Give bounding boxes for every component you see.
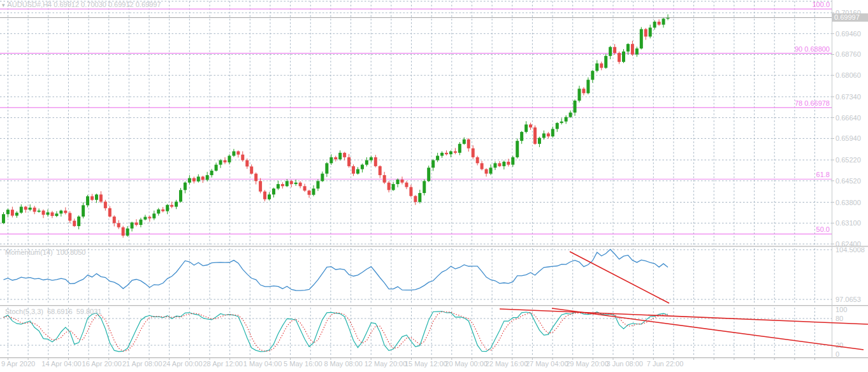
stochastic-k-value: 68.6916 [47, 308, 73, 315]
candle-body [463, 140, 466, 144]
momentum-axis-label: 97.0653 [835, 296, 861, 303]
time-axis-label[interactable]: 24 Apr 00:00 [163, 360, 202, 368]
candle-body [379, 166, 382, 175]
candle-body [170, 205, 173, 207]
candle-body [86, 196, 89, 205]
candle-body [148, 217, 151, 218]
candle-body [538, 138, 541, 143]
main-pane-area[interactable] [0, 0, 832, 246]
candle-body [427, 168, 430, 181]
candle-body [401, 180, 404, 183]
candle-body [179, 190, 182, 201]
price-axis-label: 0.67340 [835, 93, 861, 101]
candle-body [38, 211, 41, 212]
candle-body [609, 47, 612, 56]
momentum-indicator-label: Momentum(14)100.8050 [5, 248, 89, 256]
candle-body [334, 157, 337, 159]
time-axis-label[interactable]: 29 May 20:00 [566, 360, 609, 368]
stochastic-axis-label: 20 [835, 341, 843, 349]
candle-body [122, 227, 125, 236]
candle-body [498, 163, 501, 166]
candle-body [472, 148, 475, 157]
time-axis-label[interactable]: 9 Apr 2020 [1, 360, 35, 368]
candle-body [516, 141, 519, 157]
time-axis-label[interactable]: 12 May 20:00 [365, 360, 407, 368]
chart-window: 0.701600.694600.687600.680600.673400.666… [0, 0, 868, 372]
candle-body [281, 184, 284, 186]
candle-body [157, 210, 160, 214]
candle-body [467, 140, 470, 148]
stochastic-indicator-label: Stoch(5,3,3)68.691659.8031 [5, 308, 105, 315]
momentum-pane-area[interactable] [0, 248, 832, 304]
candle-body [574, 101, 577, 113]
candle-body [312, 189, 315, 195]
candle-body [370, 157, 373, 161]
fib-level-label: 90 0.68800 [795, 45, 830, 53]
time-axis-label[interactable]: 22 May 16:00 [486, 360, 528, 368]
candle-body [618, 53, 621, 62]
time-axis-label[interactable]: 14 Apr 04:00 [41, 360, 81, 368]
time-axis-label[interactable]: 5 May 16:00 [284, 360, 322, 368]
time-axis-label[interactable]: 16 Apr 20:00 [82, 360, 122, 368]
candle-body [166, 205, 169, 211]
candle-body [228, 156, 231, 162]
time-axis-label[interactable]: 27 May 04:00 [526, 360, 568, 368]
candle-body [55, 213, 58, 216]
candle-body [50, 212, 54, 216]
candle-body [347, 157, 351, 166]
candle-body [600, 64, 603, 68]
candle-body [595, 64, 598, 71]
candle-body [418, 193, 421, 202]
candle-body [489, 168, 493, 173]
candle-body [365, 161, 368, 165]
chart-title: ▾AUDUSD#,H4 0.69912 0.70030 0.69912 0.69… [2, 1, 161, 8]
candle-body [493, 163, 496, 168]
candle-body [662, 18, 665, 24]
time-axis-label[interactable]: 20 May 00:00 [445, 360, 488, 368]
candle-body [90, 196, 94, 200]
candle-body [626, 44, 630, 52]
candle-body [77, 217, 80, 226]
stochastic-axis-label: 80 [835, 315, 843, 322]
fib-level-label: 50.0 [816, 225, 830, 233]
candle-body [254, 174, 257, 182]
chart-dropdown-icon[interactable]: ▾ [2, 2, 5, 8]
candle-body [431, 161, 435, 168]
candle-body [232, 152, 235, 156]
candle-body [201, 176, 205, 180]
candle-body [387, 183, 391, 190]
candle-body [325, 163, 328, 173]
candle-body [259, 181, 262, 191]
candle-body [586, 80, 590, 93]
time-axis-label[interactable]: 28 Apr 12:00 [203, 360, 243, 368]
candle-body [64, 211, 67, 213]
candle-body [529, 124, 532, 127]
candle-body [533, 127, 537, 144]
candle-body [396, 180, 400, 184]
candle-body [556, 123, 559, 129]
candle-body [210, 171, 213, 175]
current-price-badge: 0.69997 [832, 13, 868, 22]
time-axis-label[interactable]: 1 May 04:00 [243, 360, 282, 368]
time-axis-label[interactable]: 15 May 12:00 [405, 360, 447, 368]
candle-body [272, 189, 275, 194]
candle-body [338, 153, 342, 159]
candle-body [294, 183, 298, 184]
candle-body [445, 153, 448, 154]
momentum-name: Momentum(14) [5, 248, 53, 256]
candle-body [135, 222, 138, 225]
time-axis-label[interactable]: 8 May 08:00 [324, 360, 363, 368]
candle-body [197, 176, 200, 181]
candle-body [640, 29, 643, 48]
time-axis-label[interactable]: 21 Apr 08:00 [122, 360, 162, 368]
time-axis-label[interactable]: 3 Jun 08:00 [607, 360, 644, 368]
chart-canvas[interactable]: 0.701600.694600.687600.680600.673400.666… [0, 0, 868, 372]
candle-body [356, 169, 359, 174]
stochastic-d-value: 59.8031 [76, 308, 102, 315]
candle-body [502, 162, 505, 166]
candle-body [29, 208, 32, 210]
time-axis-label[interactable]: 7 Jun 22:00 [647, 360, 684, 368]
candle-body [449, 152, 452, 155]
candle-body [520, 132, 523, 141]
price-axis-label: 0.65940 [835, 134, 861, 142]
